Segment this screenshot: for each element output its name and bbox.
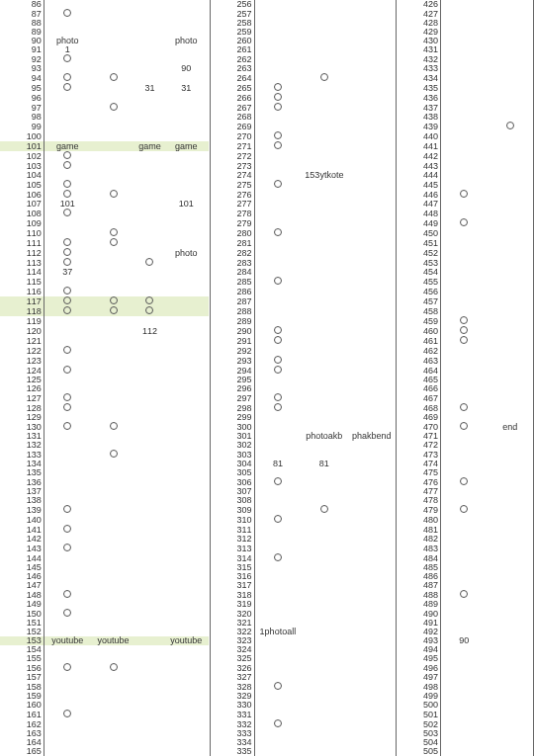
row-number: 88 [0,19,44,28]
cell-I [487,356,532,366]
cell-I [487,535,532,544]
cell-G [348,692,396,701]
cell-F [301,268,348,277]
cell-I [487,413,532,422]
row-number: 503 [396,729,439,738]
table-row: 144314484 [0,553,534,563]
row-number: 86 [0,0,44,9]
cell-G [348,496,396,505]
row-number: 328 [210,682,253,692]
cell-C [136,590,163,600]
cell-B [90,609,135,619]
cell-D [163,505,209,515]
row-number: 495 [396,654,439,663]
row-number: 321 [210,619,253,628]
cell-E [254,200,301,209]
cell-E [254,190,301,200]
cell-A: 1 [44,45,90,54]
table-row: 133303473 [0,450,534,460]
cell-E: 81 [254,460,301,468]
cell-I [487,190,532,200]
cell-I [487,654,532,663]
cell-F [301,590,348,600]
table-row: 148318488 [0,590,534,600]
cell-E: 1photoall [254,628,301,636]
row-number: 122 [0,346,44,356]
table-row: 158328498 [0,682,534,692]
cell-B [90,673,135,682]
cell-E [254,663,301,673]
row-number: 114 [0,268,44,277]
cell-A [44,619,90,628]
row-number: 306 [210,477,253,487]
cell-F [301,600,348,609]
row-number: 479 [396,505,439,515]
row-number: 115 [0,277,44,287]
cell-H [441,356,488,366]
cell-G [348,441,396,450]
data-table: 8625642687257427882584288925942990photop… [0,0,534,756]
cell-C [136,37,163,45]
cell-E [254,93,301,103]
table-row: 122292462 [0,346,534,356]
mark-circle [110,228,118,236]
cell-F [301,450,348,460]
cell-C: game [136,141,163,151]
table-row: 130300470end [0,422,534,432]
cell-B [90,729,135,738]
row-number: 130 [0,422,44,432]
row-number: 465 [396,376,439,384]
cell-C [136,422,163,432]
cell-G [348,209,396,218]
row-number: 280 [210,228,253,238]
cell-E [254,0,301,9]
cell-A [44,277,90,287]
cell-I [487,277,532,287]
cell-I [487,636,532,645]
cell-B [90,190,135,200]
cell-D [163,450,209,460]
cell-F [301,45,348,54]
row-number: 329 [210,692,253,701]
cell-B [90,209,135,218]
cell-I [487,113,532,122]
cell-C [136,296,163,306]
row-number: 458 [396,306,439,316]
table-row: 150320490 [0,609,534,619]
cell-B [90,553,135,563]
cell-C [136,432,163,441]
row-number: 257 [210,9,253,19]
row-number: 323 [210,636,253,645]
cell-G [348,553,396,563]
table-row: 155325495 [0,654,534,663]
cell-E [254,258,301,268]
cell-I [487,151,532,161]
cell-C [136,122,163,131]
cell-C [136,487,163,496]
cell-F [301,663,348,673]
row-number: 154 [0,645,44,654]
cell-E [254,477,301,487]
mark-circle [460,477,468,485]
cell-F [301,19,348,28]
table-row: 86256426 [0,0,534,9]
table-row: 138308478 [0,496,534,505]
cell-C [136,200,163,209]
row-number: 448 [396,209,439,218]
row-number: 331 [210,710,253,719]
cell-G [348,64,396,73]
table-row: 113283453 [0,258,534,268]
row-number: 162 [0,719,44,729]
table-row: 115285455 [0,277,534,287]
table-row: 111281451 [0,238,534,248]
cell-H [441,729,488,738]
cell-D [163,384,209,393]
row-number: 272 [210,151,253,161]
cell-F [301,636,348,645]
table-row: 123293463 [0,356,534,366]
cell-H [441,738,488,747]
cell-I [487,316,532,326]
mark-circle [63,151,71,159]
row-number: 165 [0,747,44,756]
cell-H [441,682,488,692]
